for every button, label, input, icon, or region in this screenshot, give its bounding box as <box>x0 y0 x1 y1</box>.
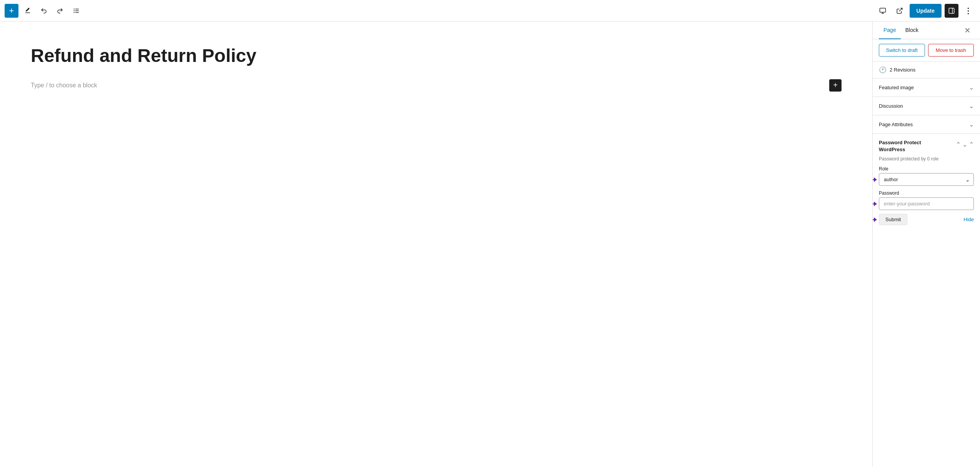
ellipsis-icon: ⋮ <box>964 6 973 15</box>
view-button[interactable] <box>876 4 890 18</box>
revisions-row[interactable]: 🕐 2 Revisions <box>873 62 980 78</box>
external-link-icon <box>896 7 903 14</box>
move-to-trash-button[interactable]: Move to trash <box>928 44 974 57</box>
tab-block[interactable]: Block <box>901 22 923 39</box>
undo-button[interactable] <box>37 4 51 18</box>
update-button[interactable]: Update <box>910 4 942 18</box>
monitor-icon <box>879 7 886 14</box>
plus-icon: + <box>9 6 14 16</box>
hide-link[interactable]: Hide <box>963 217 974 222</box>
discussion-label: Discussion <box>879 103 903 109</box>
close-icon: ✕ <box>964 26 971 35</box>
page-attributes-header[interactable]: Page Attributes ⌄ <box>873 115 980 133</box>
block-placeholder-row[interactable]: Type / to choose a block + <box>31 79 842 92</box>
sidebar-tabs: Page Block ✕ <box>873 22 980 39</box>
password-input[interactable] <box>879 197 974 210</box>
role-select-wrapper: author administrator editor contributor … <box>879 173 974 186</box>
submit-hide-row: Submit Hide <box>879 214 974 225</box>
featured-image-label: Featured image <box>879 85 914 90</box>
page-attributes-section: Page Attributes ⌄ <box>873 115 980 134</box>
password-input-container <box>879 197 974 210</box>
revisions-icon: 🕐 <box>879 66 887 73</box>
placeholder-text: Type / to choose a block <box>31 82 97 89</box>
plus-icon-inline: + <box>833 81 838 90</box>
tools-button[interactable] <box>21 4 35 18</box>
svg-rect-5 <box>75 12 79 13</box>
tab-page[interactable]: Page <box>879 22 901 39</box>
add-block-button[interactable]: + <box>5 4 18 18</box>
toolbar-left: + <box>5 4 876 18</box>
tools-icon <box>24 7 31 14</box>
list-icon <box>73 7 80 14</box>
chevron-down-icon-2: ⌄ <box>969 102 974 110</box>
svg-rect-4 <box>73 12 75 13</box>
ppw-description: Password protected by 0 role <box>879 156 974 162</box>
document-overview-button[interactable] <box>69 4 83 18</box>
more-options-button[interactable]: ⋮ <box>962 4 975 18</box>
redo-button[interactable] <box>53 4 67 18</box>
svg-rect-2 <box>73 10 75 11</box>
svg-rect-8 <box>949 8 954 13</box>
toolbar: + Update ⋮ <box>0 0 980 22</box>
svg-rect-1 <box>75 8 79 9</box>
role-label: Role <box>879 166 974 172</box>
close-sidebar-button[interactable]: ✕ <box>961 22 974 39</box>
ppw-chevron-up-button[interactable]: ⌃ <box>956 141 961 148</box>
svg-rect-0 <box>73 8 75 9</box>
preview-button[interactable] <box>893 4 907 18</box>
password-label: Password <box>879 190 974 196</box>
sidebar-toggle-button[interactable] <box>945 4 958 18</box>
chevron-down-icon-3: ⌄ <box>969 121 974 128</box>
discussion-header[interactable]: Discussion ⌄ <box>873 97 980 115</box>
featured-image-section: Featured image ⌄ <box>873 78 980 97</box>
role-select[interactable]: author administrator editor contributor … <box>879 173 974 186</box>
sidebar-actions: Switch to draft Move to trash <box>873 39 980 62</box>
ppw-controls: ⌃ ⌄ ⌃ <box>956 141 974 148</box>
revisions-label: 2 Revisions <box>890 67 915 73</box>
sidebar: Page Block ✕ Switch to draft Move to tra… <box>872 22 980 467</box>
ppw-title: Password ProtectWordPress <box>879 139 921 153</box>
discussion-section: Discussion ⌄ <box>873 97 980 115</box>
featured-image-header[interactable]: Featured image ⌄ <box>873 78 980 97</box>
svg-line-7 <box>899 8 902 11</box>
ppw-chevron-right-button[interactable]: ⌃ <box>969 141 974 148</box>
submit-button[interactable]: Submit <box>879 214 907 225</box>
svg-rect-3 <box>75 10 79 11</box>
svg-rect-6 <box>880 8 885 12</box>
ppw-section: Password ProtectWordPress ⌃ ⌄ ⌃ Password… <box>873 134 980 230</box>
toolbar-right: Update ⋮ <box>876 4 975 18</box>
page-attributes-label: Page Attributes <box>879 122 913 127</box>
editor-area: Refund and Return Policy Type / to choos… <box>0 22 872 467</box>
chevron-down-icon: ⌄ <box>969 84 974 91</box>
add-block-inline-button[interactable]: + <box>829 79 842 92</box>
main-layout: Refund and Return Policy Type / to choos… <box>0 22 980 467</box>
switch-to-draft-button[interactable]: Switch to draft <box>879 44 925 57</box>
undo-icon <box>40 7 47 14</box>
role-select-container: author administrator editor contributor … <box>879 173 974 186</box>
page-title[interactable]: Refund and Return Policy <box>31 45 842 67</box>
sidebar-icon <box>948 7 955 14</box>
redo-icon <box>57 7 63 14</box>
submit-container: Submit <box>879 214 907 225</box>
ppw-chevron-down-button[interactable]: ⌄ <box>962 141 967 148</box>
